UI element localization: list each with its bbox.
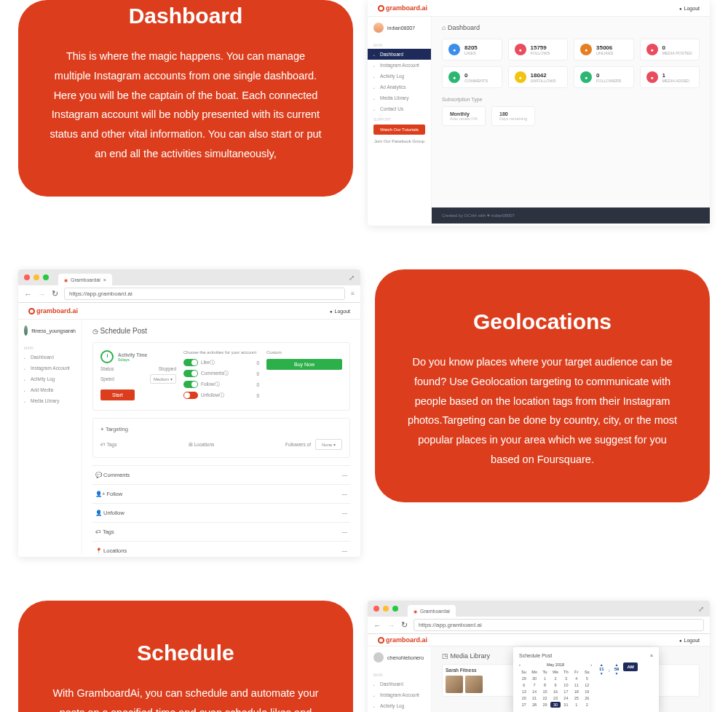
sidebar-item[interactable]: Media Library [368,92,431,103]
speed-select[interactable]: Medium ▾ [150,374,176,384]
ampm-toggle[interactable]: AM [623,662,637,671]
buy-now-button[interactable]: Buy Now [266,359,342,370]
sidebar-item[interactable]: Ad Analytics [368,82,431,92]
user-profile[interactable]: indian08007 [368,23,431,40]
calendar-day[interactable]: 30 [550,702,560,708]
accordion-section[interactable]: 🏷 Tags [92,522,350,541]
calendar-day[interactable]: 18 [571,689,581,695]
logout-link[interactable]: Logout [330,309,350,314]
calendar-day[interactable]: 17 [561,689,571,695]
prev-month-icon[interactable]: ‹ [519,662,521,667]
toggle-switch[interactable] [183,381,198,388]
calendar-day[interactable]: 1 [540,676,550,681]
calendar-day[interactable]: 19 [582,689,592,695]
calendar-day[interactable]: 27 [519,702,529,708]
sidebar-item[interactable]: Dashboard [368,679,431,689]
start-button[interactable]: Start [100,389,135,400]
sidebar-item[interactable]: Dashboard [18,352,82,363]
accordion-section[interactable]: 💬 Comments [92,465,350,484]
calendar-day[interactable]: 28 [529,702,539,708]
toggle-switch[interactable] [183,370,198,377]
calendar-day[interactable]: 3 [561,676,571,681]
calendar-day[interactable]: 11 [571,682,581,688]
forward-icon[interactable]: → [38,290,46,298]
back-icon[interactable]: ← [24,290,32,298]
sidebar-item[interactable]: Activity Log [368,71,431,82]
calendar-day[interactable]: 29 [540,702,550,708]
calendar-day[interactable]: 2 [550,676,560,681]
accordion-section[interactable]: 📍 Locations [92,541,350,557]
calendar-day[interactable]: 22 [540,695,550,701]
calendar-day[interactable]: 26 [582,695,592,701]
calendar-day[interactable]: 24 [561,695,571,701]
forward-icon[interactable]: → [387,621,395,630]
calendar-day[interactable]: 2 [582,702,592,708]
calendar-day[interactable]: 13 [519,689,529,695]
calendar-day[interactable]: 14 [529,689,539,695]
reload-icon[interactable]: ↻ [401,620,408,630]
calendar-day[interactable]: 6 [519,682,529,688]
calendar-day[interactable]: 5 [582,676,592,681]
minute-picker[interactable]: 59 [614,662,620,676]
menu-icon[interactable]: ≡ [351,290,355,297]
brand-logo[interactable]: gramboard.ai [378,4,427,12]
tags-field[interactable]: 🏷 Tags [100,442,167,447]
chevron-down-icon[interactable] [599,671,604,676]
sidebar-item[interactable]: Instagram Account [18,363,82,373]
sidebar-item[interactable]: Contact Us [368,103,431,114]
logout-link[interactable]: Logout [679,638,700,643]
chevron-down-icon[interactable] [614,671,620,676]
calendar-day[interactable]: 31 [561,702,571,708]
brand-logo[interactable]: gramboard.ai [378,636,427,644]
browser-tab[interactable]: Gramboardai × [58,274,112,285]
locations-field[interactable]: ⊞ Locations [189,442,255,448]
sidebar-item[interactable]: Dashboard [368,49,431,60]
toggle-switch[interactable] [183,392,198,399]
maximize-icon[interactable] [43,274,49,280]
sidebar-item[interactable]: Media Library [18,395,82,406]
fullscreen-icon[interactable]: ⤢ [698,605,704,613]
brand-logo[interactable]: gramboard.ai [28,307,78,315]
calendar-day[interactable]: 4 [571,676,581,681]
maximize-icon[interactable] [392,606,398,612]
browser-tab[interactable]: Gramboardai [408,605,456,617]
close-icon[interactable] [24,274,30,280]
calendar-day[interactable]: 16 [550,689,560,695]
next-month-icon[interactable]: › [590,662,592,667]
address-input[interactable]: https://app.gramboard.ai [64,288,345,300]
logout-link[interactable]: Logout [679,6,700,11]
close-tab-icon[interactable]: × [103,277,106,282]
minimize-icon[interactable] [33,274,39,280]
calendar-day[interactable]: 9 [550,682,560,688]
join-group-link[interactable]: Join Our Facebook Group [368,136,431,146]
calendar-day[interactable]: 29 [519,676,529,681]
calendar-day[interactable]: 30 [529,676,539,681]
library-card[interactable]: Sarah Fitness [442,664,524,697]
calendar-day[interactable]: 23 [550,695,560,701]
address-input[interactable]: https://app.gramboard.ai [414,619,704,631]
fullscreen-icon[interactable]: ⤢ [349,274,355,282]
calendar-day[interactable]: 12 [582,682,592,688]
close-icon[interactable] [373,606,379,612]
calendar-day[interactable]: 8 [540,682,550,688]
calendar-day[interactable]: 10 [561,682,571,688]
hour-picker[interactable]: 11 [599,662,604,676]
sidebar-item[interactable]: Add Media [18,384,82,395]
calendar-day[interactable]: 21 [529,695,539,701]
calendar-day[interactable]: 1 [571,702,581,708]
watch-tutorials-button[interactable]: Watch Our Tutorials [373,124,425,135]
user-profile[interactable]: chenohlebonero [368,652,431,670]
reload-icon[interactable]: ↻ [52,289,58,298]
sidebar-item[interactable]: Activity Log [368,700,431,711]
calendar-day[interactable]: 7 [529,682,539,688]
accordion-section[interactable]: 👤 Unfollow [92,503,350,522]
user-profile[interactable]: fitness_youngsarah [18,325,82,343]
close-icon[interactable]: × [650,653,653,658]
back-icon[interactable]: ← [373,621,381,630]
accordion-section[interactable]: 👤+ Follow [92,484,350,503]
sidebar-item[interactable]: Instagram Account [368,60,431,71]
calendar-day[interactable]: 15 [540,689,550,695]
sidebar-item[interactable]: Activity Log [18,373,82,384]
calendar-day[interactable]: 25 [571,695,581,701]
sidebar-item[interactable]: Instagram Account [368,689,431,700]
